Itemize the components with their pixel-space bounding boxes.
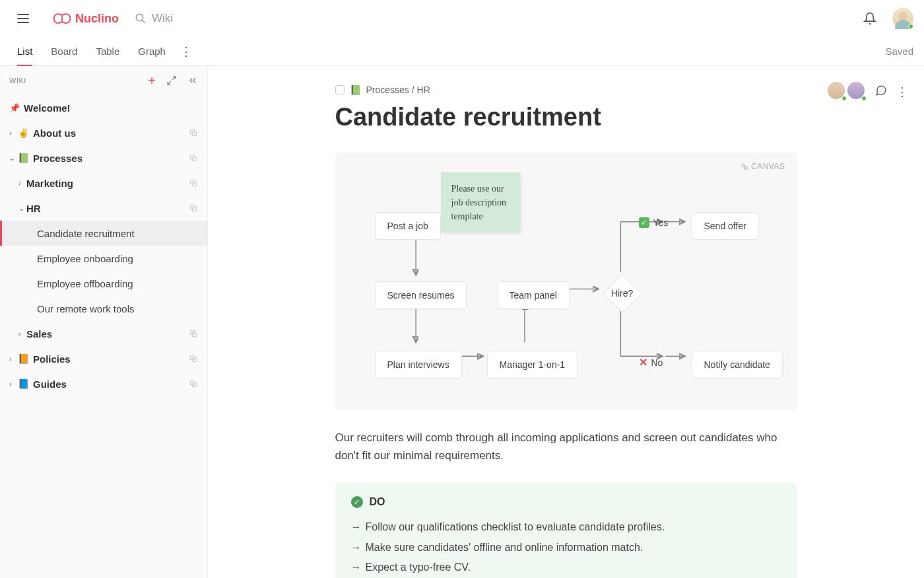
pin-icon: 📌 (9, 103, 20, 113)
flowchart-box-manager[interactable]: Manager 1-on-1 (487, 351, 578, 379)
chevron-down-icon[interactable]: ⌄ (9, 154, 16, 163)
sidebar-item-processes[interactable]: ⌄ 📗 Processes (0, 145, 207, 170)
hamburger-menu-icon[interactable] (17, 11, 33, 26)
breadcrumb-path[interactable]: Processes / HR (366, 85, 430, 95)
chevron-right-icon[interactable]: › (18, 330, 25, 338)
folder-icon: 📗 (17, 153, 29, 163)
flowchart-box-plan[interactable]: Plan interviews (375, 351, 462, 379)
chevron-right-icon[interactable]: › (9, 129, 16, 137)
flowchart-box-offer[interactable]: Send offer (692, 212, 759, 240)
sidebar-title: WIKI (9, 77, 26, 85)
chevron-right-icon[interactable]: › (9, 355, 16, 363)
canvas-label: CANVAS (741, 162, 785, 171)
tab-list[interactable]: List (17, 38, 32, 66)
flowchart-label-yes: ✓Yes (639, 217, 669, 228)
breadcrumb: 📗 Processes / HR (335, 85, 797, 95)
svg-line-1 (142, 20, 145, 23)
comments-icon[interactable] (875, 85, 887, 96)
collaborator-avatars[interactable] (826, 81, 866, 100)
brand-logo[interactable]: Nuclino (53, 11, 119, 26)
online-status-dot (861, 96, 867, 101)
chevron-right-icon[interactable]: › (9, 380, 16, 388)
folder-icon: 📙 (17, 353, 29, 364)
body-paragraph[interactable]: Our recruiters will comb through all inc… (335, 429, 797, 464)
copy-icon[interactable] (189, 203, 198, 213)
page-checkbox[interactable] (335, 85, 345, 94)
sidebar-item-about[interactable]: › ✌️ About us (0, 120, 207, 145)
search-input[interactable]: Wiki (135, 12, 173, 25)
folder-icon: 📘 (17, 379, 29, 389)
copy-icon[interactable] (189, 329, 198, 338)
check-circle-icon: ✓ (351, 496, 363, 508)
expand-icon[interactable] (166, 75, 177, 86)
notifications-icon[interactable] (863, 12, 876, 25)
page-more-icon[interactable]: ⋮ (896, 85, 908, 96)
shapes-icon (741, 163, 748, 170)
do-title: DO (370, 496, 385, 508)
sidebar-item-employee-onboarding[interactable]: Employee onboarding (0, 246, 207, 271)
chevron-right-icon[interactable]: › (18, 179, 25, 187)
canvas-note[interactable]: Please use our job description template (441, 172, 520, 233)
copy-icon[interactable] (189, 178, 198, 188)
brand-text: Nuclino (75, 12, 119, 26)
copy-icon[interactable] (189, 379, 198, 388)
sidebar-item-welcome[interactable]: 📌 Welcome! (0, 95, 207, 120)
sidebar-item-policies[interactable]: › 📙 Policies (0, 346, 207, 371)
sidebar-item-marketing[interactable]: › Marketing (0, 170, 207, 196)
brain-icon (53, 11, 71, 26)
do-callout[interactable]: ✓ DO →Follow our qualifications checklis… (335, 483, 797, 578)
flowchart-box-post-job[interactable]: Post a job (375, 212, 441, 240)
tab-board[interactable]: Board (51, 38, 77, 65)
flowchart-box-panel[interactable]: Team panel (497, 281, 570, 309)
x-icon: ✕ (639, 356, 647, 369)
search-icon (135, 13, 147, 24)
folder-icon: ✌️ (17, 127, 29, 138)
chevron-down-icon[interactable]: ⌄ (18, 204, 25, 213)
do-item: →Follow our qualifications checklist to … (351, 517, 781, 537)
copy-icon[interactable] (189, 153, 198, 163)
page-title[interactable]: Candidate recruitment (335, 103, 797, 131)
sidebar-item-sales[interactable]: › Sales (0, 321, 207, 346)
add-page-icon[interactable]: + (148, 73, 156, 89)
flowchart-decision-hire[interactable]: Hire? (604, 275, 641, 312)
sidebar: WIKI + 📌 Welcome! › ✌️ About us ⌄ 📗 Proc (0, 66, 208, 578)
do-item: →Expect a typo-free CV. (351, 558, 781, 577)
flowchart-box-screen[interactable]: Screen resumes (375, 281, 467, 309)
canvas-embed[interactable]: CANVAS Please use o (335, 153, 797, 410)
sidebar-item-candidate-recruitment[interactable]: Candidate recruitment (0, 221, 207, 246)
tab-table[interactable]: Table (96, 38, 119, 65)
tab-graph[interactable]: Graph (138, 38, 166, 65)
copy-icon[interactable] (189, 354, 198, 363)
view-tabs: List Board Table Graph (17, 38, 166, 65)
folder-icon: 📗 (350, 85, 361, 95)
sidebar-item-hr[interactable]: ⌄ HR (0, 196, 207, 221)
search-placeholder: Wiki (152, 12, 173, 25)
copy-icon[interactable] (189, 128, 198, 137)
svg-rect-17 (744, 166, 747, 169)
sidebar-item-employee-offboarding[interactable]: Employee offboarding (0, 271, 207, 296)
tabs-more-icon[interactable]: ⋮ (180, 44, 193, 59)
save-status: Saved (885, 46, 913, 57)
collapse-sidebar-icon[interactable] (187, 75, 198, 86)
do-item: →Make sure candidates' offline and onlin… (351, 538, 781, 558)
sidebar-item-guides[interactable]: › 📘 Guides (0, 371, 207, 396)
flowchart-label-no: ✕No (639, 356, 663, 369)
online-status-dot (842, 96, 847, 101)
check-icon: ✓ (639, 217, 649, 228)
svg-point-0 (136, 14, 143, 21)
flowchart-box-notify[interactable]: Notify candidate (692, 351, 783, 379)
online-status-dot (908, 24, 913, 29)
sidebar-item-remote-tools[interactable]: Our remote work tools (0, 296, 207, 321)
user-avatar[interactable] (892, 8, 913, 29)
svg-point-16 (742, 164, 744, 166)
